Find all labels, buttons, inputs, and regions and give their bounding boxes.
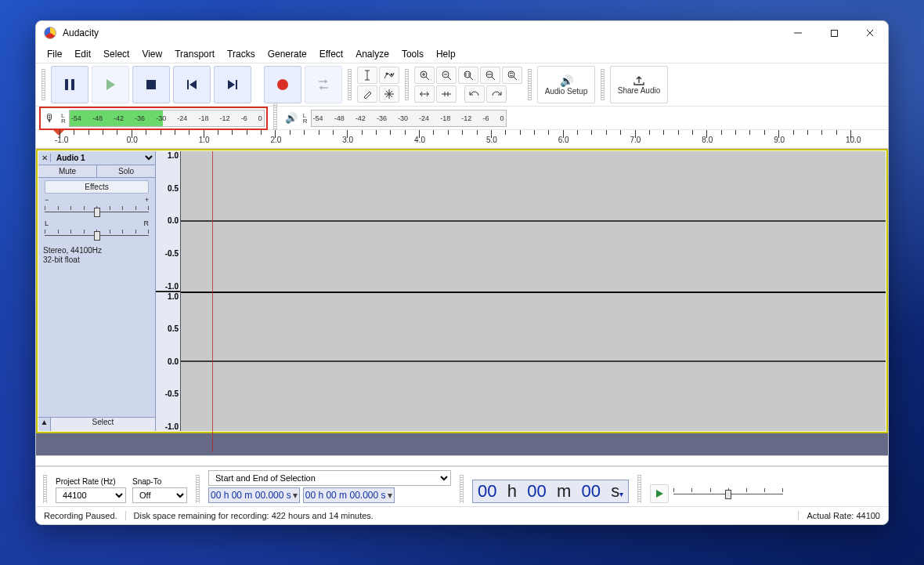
- track-select-button[interactable]: Select: [51, 418, 155, 431]
- fit-selection-button[interactable]: [458, 67, 478, 84]
- play-at-speed-button[interactable]: [650, 484, 669, 503]
- track-area: ✕ Audio 1 Mute Solo Effects −+ LR Stereo…: [36, 149, 888, 433]
- h-scrollbar[interactable]: [36, 455, 888, 466]
- meter-tick: 0: [500, 114, 504, 122]
- toolbar-grip[interactable]: [405, 69, 409, 100]
- loop-button[interactable]: [305, 66, 342, 103]
- trim-button[interactable]: [414, 85, 435, 103]
- zoom-out-button[interactable]: [436, 67, 457, 84]
- timeline-ruler[interactable]: -1.00.01.02.03.04.05.06.07.08.09.010.0: [36, 130, 888, 149]
- share-audio-button[interactable]: Share Audio: [610, 66, 668, 103]
- svg-marker-6: [106, 79, 115, 90]
- toolbar-grip[interactable]: [460, 475, 464, 503]
- toolbar-grip[interactable]: [196, 475, 200, 503]
- menu-edit[interactable]: Edit: [68, 46, 97, 62]
- solo-button[interactable]: Solo: [97, 165, 155, 178]
- project-rate-dropdown[interactable]: 44100: [56, 487, 126, 503]
- status-bar: Recording Paused. Disk space remaining f…: [36, 507, 888, 524]
- selection-tool-button[interactable]: [357, 67, 377, 84]
- menu-view[interactable]: View: [135, 46, 168, 62]
- record-button[interactable]: [264, 66, 301, 103]
- recording-meter[interactable]: 🎙 LR -54 -48 -42 -36 -30 -24 -18 -12 -6 …: [39, 107, 268, 130]
- toolbar-grip[interactable]: [528, 69, 532, 100]
- menu-tracks[interactable]: Tracks: [221, 46, 262, 62]
- menu-file[interactable]: File: [41, 46, 68, 62]
- meter-tick: -18: [198, 114, 208, 122]
- project-rate-label: Project Rate (Hz): [56, 477, 126, 486]
- multi-tool-button[interactable]: [379, 85, 399, 103]
- close-button[interactable]: [852, 21, 888, 45]
- redo-button[interactable]: [486, 85, 507, 103]
- meter-tick: -36: [135, 114, 145, 122]
- speaker-icon: 🔊: [283, 112, 300, 124]
- svg-line-30: [470, 77, 473, 80]
- gain-min-label: −: [45, 196, 49, 204]
- svg-point-33: [508, 71, 514, 78]
- menu-effect[interactable]: Effect: [313, 46, 349, 62]
- draw-tool-button[interactable]: [357, 85, 377, 103]
- toolbar-grip[interactable]: [43, 475, 47, 503]
- menu-help[interactable]: Help: [430, 46, 462, 62]
- play-button[interactable]: [92, 66, 129, 103]
- scale-label: 0.5: [168, 324, 179, 333]
- effects-button[interactable]: Effects: [45, 180, 149, 194]
- playback-speed-slider[interactable]: [673, 488, 783, 499]
- skip-start-button[interactable]: [173, 66, 211, 103]
- waveform-canvas[interactable]: [181, 151, 886, 431]
- lr-label: LR: [303, 113, 308, 124]
- svg-line-32: [492, 77, 495, 80]
- pause-button[interactable]: [51, 66, 88, 103]
- collapse-button[interactable]: ▲: [38, 418, 51, 431]
- app-title: Audacity: [63, 27, 99, 38]
- meter-tick: -48: [92, 114, 103, 122]
- svg-point-12: [277, 79, 288, 90]
- title-bar[interactable]: Audacity: [36, 21, 888, 45]
- zoom-in-button[interactable]: [414, 67, 435, 84]
- playhead-line: [212, 151, 213, 452]
- selection-toolbar: Project Rate (Hz) 44100 Snap-To Off Star…: [36, 466, 888, 507]
- svg-rect-5: [71, 79, 74, 90]
- menu-select[interactable]: Select: [97, 46, 135, 62]
- meter-tick: -12: [220, 114, 230, 122]
- meter-tick: -24: [177, 114, 187, 122]
- track-name-dropdown[interactable]: Audio 1: [51, 153, 155, 163]
- stop-button[interactable]: [132, 66, 170, 103]
- selection-end-time[interactable]: 00 h 00 m 00.000 s▾: [303, 487, 395, 503]
- svg-line-27: [448, 77, 451, 80]
- selection-mode-dropdown[interactable]: Start and End of Selection: [208, 470, 451, 486]
- gain-slider[interactable]: [45, 206, 149, 217]
- scale-label: -1.0: [165, 422, 179, 431]
- toolbar-grip[interactable]: [601, 69, 605, 100]
- toolbar-grip[interactable]: [42, 69, 45, 100]
- menu-tools[interactable]: Tools: [395, 46, 430, 62]
- track-close-button[interactable]: ✕: [38, 154, 51, 162]
- meter-tick: -6: [482, 114, 489, 122]
- meter-tick: 0: [258, 114, 262, 122]
- menu-analyze[interactable]: Analyze: [349, 46, 395, 62]
- toolbar-grip[interactable]: [273, 103, 277, 134]
- toolbar-grip[interactable]: [637, 475, 641, 503]
- envelope-tool-button[interactable]: [379, 67, 399, 84]
- undo-button[interactable]: [464, 85, 485, 103]
- silence-button[interactable]: [436, 85, 457, 103]
- maximize-button[interactable]: [816, 21, 852, 45]
- menu-transport[interactable]: Transport: [168, 46, 221, 62]
- audio-setup-button[interactable]: 🔊 Audio Setup: [537, 66, 595, 103]
- playback-meter[interactable]: 🔊 LR -54 -48 -42 -36 -30 -24 -18 -12 -6 …: [283, 110, 507, 127]
- pan-slider[interactable]: [45, 230, 149, 241]
- minimize-button[interactable]: [780, 21, 816, 45]
- meter-tick: -30: [156, 114, 166, 122]
- toolbar-grip[interactable]: [348, 69, 352, 100]
- track-info: Stereo, 44100Hz32-bit float: [38, 243, 155, 268]
- mute-button[interactable]: Mute: [38, 165, 97, 178]
- selection-start-time[interactable]: 00 h 00 m 00.000 s▾: [208, 487, 300, 503]
- meter-tick: -54: [71, 114, 81, 122]
- skip-end-button[interactable]: [214, 66, 251, 103]
- position-time-display[interactable]: 00 h 00 m 00 s▾: [472, 480, 629, 503]
- fit-project-button[interactable]: [480, 67, 500, 84]
- snap-to-dropdown[interactable]: Off: [132, 487, 187, 503]
- app-icon: [44, 27, 56, 39]
- zoom-toggle-button[interactable]: [502, 67, 522, 84]
- share-icon: [633, 75, 645, 86]
- menu-generate[interactable]: Generate: [262, 46, 313, 62]
